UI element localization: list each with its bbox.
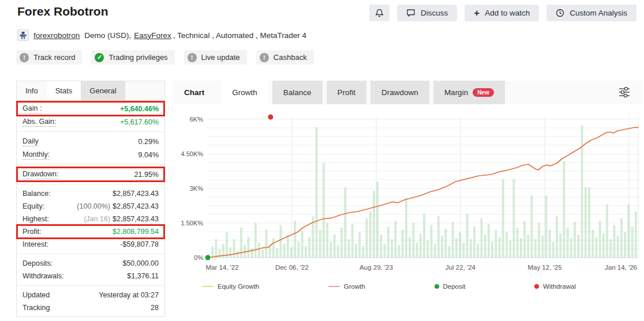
stat-value: +5,617.60% bbox=[120, 118, 159, 127]
account-name-link[interactable]: forexrobotron bbox=[33, 31, 80, 40]
withdrawal-marker[interactable] bbox=[268, 115, 273, 120]
volume-bar bbox=[430, 225, 432, 258]
bell-icon bbox=[375, 9, 384, 18]
add-to-watch-button[interactable]: + Add to watch bbox=[465, 5, 539, 21]
discuss-button[interactable]: Discuss bbox=[397, 5, 457, 21]
chart-tab-chart[interactable]: Chart bbox=[173, 81, 215, 104]
volume-bar bbox=[233, 239, 235, 258]
volume-bar bbox=[402, 230, 404, 258]
volume-bar bbox=[437, 216, 440, 258]
chart-tab-margin[interactable]: MarginNew bbox=[433, 81, 505, 104]
volume-bar bbox=[488, 224, 490, 258]
volume-bar bbox=[362, 246, 364, 258]
chart-tab-profit[interactable]: Profit bbox=[327, 81, 367, 104]
volume-bar bbox=[609, 239, 612, 258]
stats-panel: InfoStatsGeneral Gain :+5,640.46%Abs. Ga… bbox=[16, 81, 165, 317]
add-to-watch-label: Add to watch bbox=[485, 9, 530, 17]
stat-value: $2,857,423.43 bbox=[113, 189, 159, 198]
stat-value: (Jan 16)$2,857,423.43 bbox=[84, 214, 159, 224]
volume-bar bbox=[495, 230, 497, 258]
myfxbook-system-page: Forex Robotron Discuss + Add to watch Cu… bbox=[0, 0, 644, 321]
chart-tab-balance[interactable]: Balance bbox=[272, 81, 323, 104]
stats-rows: Gain :+5,640.46%Abs. Gain:+5,617.60%Dail… bbox=[17, 101, 164, 316]
exclamation-circle-icon: ! bbox=[188, 53, 197, 62]
volume-bar bbox=[344, 187, 346, 258]
volume-bar bbox=[506, 232, 508, 258]
volume-bar bbox=[588, 187, 590, 258]
y-axis-label: 4.50K% bbox=[181, 150, 203, 157]
volume-bar bbox=[265, 230, 267, 258]
legend-line-swatch bbox=[328, 286, 340, 288]
volume-bar bbox=[499, 237, 501, 258]
volume-bar bbox=[516, 228, 519, 258]
volume-bar bbox=[491, 241, 493, 258]
chart-tab-drawdown[interactable]: Drawdown bbox=[370, 81, 429, 104]
stat-value: 28 bbox=[151, 303, 159, 312]
volume-bar bbox=[308, 237, 310, 258]
stat-row-updated: UpdatedYesterday at 03:27 bbox=[17, 289, 164, 301]
notifications-button[interactable] bbox=[369, 5, 390, 21]
y-axis-label: 1.50K% bbox=[181, 220, 203, 226]
volume-bar bbox=[290, 247, 293, 258]
volume-bar bbox=[355, 244, 357, 258]
volume-bar bbox=[305, 246, 307, 258]
volume-bar bbox=[261, 250, 264, 258]
tab-info[interactable]: Info bbox=[17, 81, 47, 100]
tab-stats[interactable]: Stats bbox=[47, 81, 81, 100]
check-circle-icon: ✓ bbox=[95, 53, 104, 62]
volume-bar bbox=[567, 228, 569, 258]
volume-bar bbox=[326, 223, 328, 258]
legend-label: Withdrawal bbox=[543, 283, 576, 290]
stat-row-equity: Equity:(100.00%)$2,857,423.43 bbox=[17, 200, 164, 213]
volume-bar bbox=[549, 230, 551, 258]
volume-bar bbox=[380, 235, 382, 258]
chart-tabs: ChartGrowthBalanceProfitDrawdownMarginNe… bbox=[173, 81, 642, 104]
badge-track-record[interactable]: !Track record bbox=[16, 50, 82, 65]
divider bbox=[17, 184, 164, 184]
volume-bar bbox=[334, 235, 336, 258]
volume-bar bbox=[541, 236, 544, 258]
volume-bar bbox=[251, 248, 253, 258]
chart-tab-label: Drawdown bbox=[381, 88, 418, 97]
volume-bar bbox=[283, 244, 286, 258]
stat-value: $1,376.11 bbox=[127, 271, 159, 281]
volume-bar bbox=[301, 231, 304, 258]
chart-panel: ChartGrowthBalanceProfitDrawdownMarginNe… bbox=[173, 81, 642, 290]
y-axis-label: 3K% bbox=[190, 185, 203, 192]
custom-analysis-button[interactable]: Custom Analysis bbox=[546, 5, 636, 21]
legend-dot-swatch bbox=[534, 284, 539, 289]
volume-bar bbox=[373, 191, 375, 258]
volume-bar bbox=[591, 230, 594, 258]
divider bbox=[17, 254, 164, 254]
chart-tab-growth[interactable]: Growth bbox=[221, 81, 268, 104]
chart-settings-button[interactable] bbox=[616, 85, 633, 101]
volume-bar bbox=[631, 226, 634, 258]
volume-bar bbox=[574, 222, 576, 258]
badge-trading-privileges[interactable]: ✓Trading privileges bbox=[91, 50, 174, 65]
page-title: Forex Robotron bbox=[17, 5, 108, 18]
stat-value: (100.00%)$2,857,423.43 bbox=[77, 202, 159, 211]
badge-live-update[interactable]: !Live update bbox=[184, 50, 247, 65]
broker-link[interactable]: EasyForex bbox=[134, 31, 171, 40]
account-attrs-text: , Technical , Automated , MetaTrader 4 bbox=[173, 31, 306, 40]
volume-bar bbox=[470, 239, 472, 258]
volume-bar bbox=[502, 179, 504, 258]
volume-bar bbox=[459, 232, 461, 258]
divider bbox=[17, 285, 164, 286]
stat-label: Monthly: bbox=[23, 150, 50, 160]
volume-bar bbox=[527, 235, 529, 258]
tab-general[interactable]: General bbox=[81, 81, 125, 100]
growth-chart[interactable]: 0%1.50K%3K%4.50K%6K%Mar 14, '22Dec 06, '… bbox=[173, 104, 642, 277]
stat-value-prefix: (Jan 16) bbox=[84, 215, 110, 223]
legend-item-growth: Growth bbox=[328, 283, 365, 290]
badge-cashback[interactable]: !Cashback bbox=[256, 50, 314, 65]
stat-label: Interest: bbox=[23, 240, 48, 249]
deposit-marker[interactable] bbox=[205, 255, 211, 260]
stat-value-prefix: (100.00%) bbox=[77, 202, 110, 210]
volume-bar bbox=[369, 212, 372, 258]
chart-legend: Equity GrowthGrowthDepositWithdrawal bbox=[202, 283, 576, 290]
volume-bar bbox=[426, 240, 429, 258]
volume-bar bbox=[538, 223, 540, 258]
stats-panel-tabs: InfoStatsGeneral bbox=[17, 81, 164, 101]
volume-bar bbox=[617, 236, 619, 258]
